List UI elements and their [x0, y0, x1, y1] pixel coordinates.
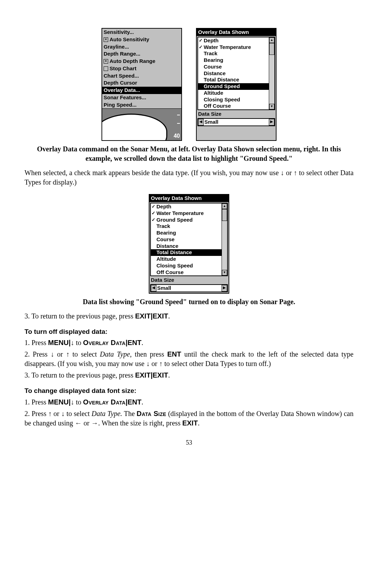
list-item-label: Closing Speed [204, 96, 240, 103]
menu-item-label: Depth Cursor [104, 80, 137, 86]
menu-item[interactable]: Depth Cursor [102, 79, 181, 87]
list-item-label: Ground Speed [156, 217, 192, 223]
list-item[interactable]: ✓Depth [198, 37, 269, 44]
list-item-label: Water Temperature [156, 210, 204, 217]
list-item-label: Total Distance [156, 249, 192, 256]
list-item[interactable]: Course [151, 236, 222, 243]
scroll-down-button[interactable]: ▼ [222, 270, 227, 275]
list-item[interactable]: Distance [198, 70, 269, 77]
list-item[interactable]: ✓Ground Speed [151, 217, 222, 223]
up-arrow-icon: ↑ [294, 169, 297, 177]
list-item[interactable]: ✓Water Temperature [151, 210, 222, 217]
menu-item-label: Stop Chart [110, 65, 136, 72]
data-size-selector[interactable]: ◀ Small ▶ [197, 118, 275, 126]
menu-item[interactable]: Chart Speed... [102, 72, 181, 80]
menu-item[interactable]: Ping Speed... [102, 101, 181, 109]
list-item[interactable]: Closing Speed [151, 263, 222, 269]
list-item[interactable]: Off Course [151, 269, 222, 276]
turn-off-step-1: 1. Press MENU|↓ to Overlay Data|ENT. [24, 338, 354, 347]
scrollbar-2[interactable]: ▲ ▼ [222, 203, 227, 275]
menu-item-label: Sonar Features... [104, 94, 146, 101]
sonar-menu-panel: Sensitivity...×Auto SensitivityGrayline.… [102, 28, 182, 141]
list-item[interactable]: Track [198, 50, 269, 57]
list-item[interactable]: Altitude [198, 90, 269, 96]
checkbox-icon: × [104, 59, 108, 64]
menu-item[interactable]: Overlay Data... [102, 87, 181, 94]
overlay-data-shown-panel-2: Overlay Data Shown ✓Depth✓Water Temperat… [149, 194, 229, 294]
list-item[interactable]: ✓Water Temperature [198, 44, 269, 51]
menu-item-label: Auto Depth Range [110, 58, 155, 65]
menu-item[interactable]: Sensitivity... [102, 29, 181, 36]
menu-item-label: Auto Sensitivity [110, 36, 149, 43]
menu-item[interactable]: Sonar Features... [102, 94, 181, 101]
page-number: 53 [24, 438, 354, 447]
list-item[interactable]: Course [198, 64, 269, 70]
data-size-label-2: Data Size [149, 277, 229, 284]
font-size-step-2: 2. Press ↑ or ↓ to select Data Type. The… [24, 409, 354, 428]
menu-item[interactable]: ×Auto Sensitivity [102, 36, 181, 43]
figure-1: Sensitivity...×Auto SensitivityGrayline.… [24, 28, 354, 141]
list-item[interactable]: Total Distance [198, 77, 269, 83]
menu-item-label: Overlay Data... [104, 87, 140, 94]
list-item[interactable]: ✓Depth [151, 203, 222, 210]
menu-item-label: Chart Speed... [104, 73, 139, 79]
figure-1-caption: Overlay Data command on the Sonar Menu, … [24, 144, 354, 163]
checkbox-icon: × [104, 37, 108, 42]
list-item-label: Course [204, 64, 222, 70]
list-item-label: Track [204, 50, 217, 57]
data-size-label: Data Size [197, 111, 276, 117]
data-size-selector-2[interactable]: ◀ Small ▶ [150, 284, 228, 292]
ods-title-2: Overlay Data Shown [149, 195, 229, 202]
list-item[interactable]: Closing Speed [198, 96, 269, 103]
list-item-label: Track [156, 223, 170, 230]
ods-list-2[interactable]: ✓Depth✓Water Temperature✓Ground SpeedTra… [151, 203, 222, 275]
size-right-button[interactable]: ▶ [269, 119, 274, 126]
check-icon: ✓ [152, 210, 156, 216]
menu-item[interactable]: Depth Range... [102, 50, 181, 58]
ods-title: Overlay Data Shown [197, 29, 276, 36]
list-item[interactable]: Distance [151, 243, 222, 250]
depth-value: 40 [174, 132, 180, 139]
menu-item[interactable]: Grayline... [102, 43, 181, 51]
menu-item[interactable]: ×Auto Depth Range [102, 58, 181, 65]
list-item-label: Water Temperature [204, 44, 251, 51]
list-item[interactable]: Track [151, 223, 222, 230]
sonar-preview: 40 [102, 108, 181, 140]
list-item[interactable]: Total Distance [151, 249, 222, 256]
data-size-value-2: Small [156, 285, 222, 292]
check-icon: ✓ [152, 204, 156, 209]
size-right-button[interactable]: ▶ [222, 285, 227, 292]
list-item-label: Bearing [204, 57, 223, 64]
menu-item[interactable]: Stop Chart [102, 65, 181, 72]
ods-list[interactable]: ✓Depth✓Water TemperatureTrackBearingCour… [198, 37, 269, 109]
scroll-up-button[interactable]: ▲ [222, 203, 227, 209]
font-size-step-1: 1. Press MENU|↓ to Overlay Data|ENT. [24, 397, 354, 407]
list-item[interactable]: Off Course [198, 103, 269, 109]
list-item-label: Distance [156, 243, 178, 250]
size-left-button[interactable]: ◀ [198, 119, 204, 126]
list-item-label: Distance [204, 70, 226, 77]
scroll-up-button[interactable]: ▲ [269, 37, 274, 43]
menu-item-label: Sensitivity... [104, 29, 134, 36]
list-item[interactable]: Bearing [151, 230, 222, 236]
list-item-label: Closing Speed [156, 263, 193, 269]
paragraph-1: When selected, a check mark appears besi… [24, 168, 354, 187]
list-item[interactable]: Bearing [198, 57, 269, 64]
overlay-data-shown-panel: Overlay Data Shown ✓Depth✓Water Temperat… [196, 28, 276, 141]
list-item[interactable]: Ground Speed [198, 83, 269, 90]
list-item-label: Ground Speed [204, 83, 240, 90]
list-item-label: Altitude [204, 90, 223, 96]
step-3-return: 3. To return to the previous page, press… [24, 311, 354, 321]
scroll-down-button[interactable]: ▼ [269, 104, 274, 109]
size-left-button[interactable]: ◀ [151, 285, 156, 292]
figure-2-caption: Data list showing "Ground Speed" turned … [24, 297, 354, 307]
list-item-label: Total Distance [204, 77, 239, 83]
down-arrow-icon: ↓ [281, 169, 284, 177]
heading-turn-off: To turn off displayed data: [24, 327, 354, 336]
list-item-label: Depth [204, 37, 219, 44]
data-size-value: Small [204, 119, 269, 126]
list-item[interactable]: Altitude [151, 256, 222, 263]
figure-2: Overlay Data Shown ✓Depth✓Water Temperat… [24, 194, 354, 294]
list-item-label: Altitude [156, 256, 176, 263]
scrollbar[interactable]: ▲ ▼ [269, 37, 274, 109]
